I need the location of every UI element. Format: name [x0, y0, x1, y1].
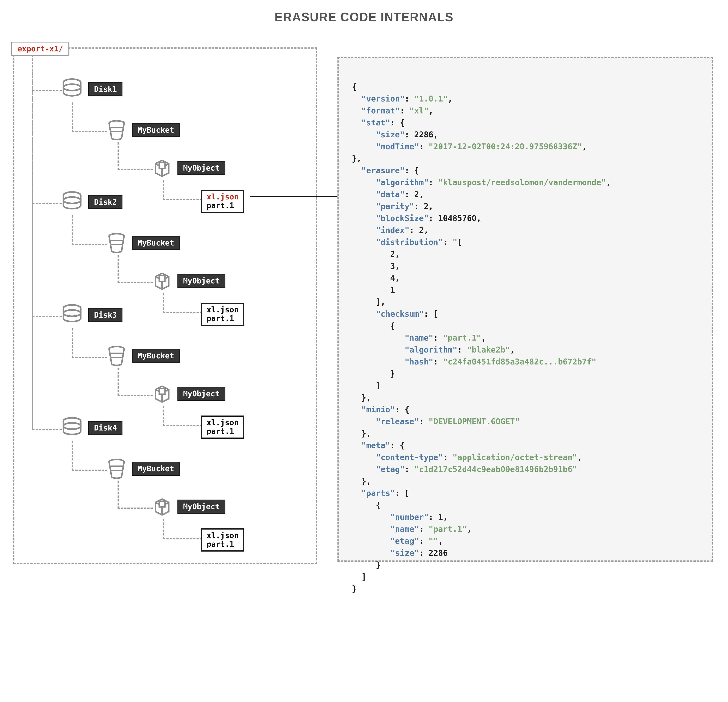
bucket-label: MyBucket [132, 462, 180, 476]
tree-connector [163, 406, 202, 426]
disk-node: Disk3 [61, 304, 123, 326]
bucket-icon [106, 120, 127, 140]
bucket-node: MyBucket [106, 458, 180, 479]
object-icon [152, 271, 172, 291]
disk-node: Disk1 [61, 78, 123, 101]
disk-label: Disk1 [88, 82, 123, 96]
tree-connector [72, 103, 107, 132]
tree-connector [117, 142, 153, 170]
object-node: MyObject [152, 271, 225, 291]
root-path-label: export-x1/ [12, 42, 69, 56]
tree-connector [32, 69, 62, 430]
file-box: xl.json part.1 [201, 303, 244, 326]
tree-connector [117, 255, 153, 283]
tree-connector [163, 180, 202, 200]
tree-connector [117, 368, 153, 396]
callout-line [250, 196, 338, 197]
tree-connector [117, 481, 153, 509]
disk-icon [61, 417, 84, 439]
object-node: MyObject [152, 496, 225, 517]
disk-icon [61, 78, 84, 101]
disk-label: Disk4 [88, 421, 123, 435]
file-xl-json: xl.json [207, 531, 239, 540]
object-label: MyObject [178, 499, 225, 514]
files-node: xl.json part.1 [201, 528, 244, 551]
tree-connector [72, 441, 107, 471]
bucket-icon [106, 458, 127, 479]
disk-label: Disk3 [88, 308, 123, 322]
disk-node: Disk4 [61, 417, 123, 439]
page-title: ERASURE CODE INTERNALS [0, 10, 728, 24]
tree-connector [163, 293, 202, 313]
bucket-icon [106, 345, 127, 366]
tree-connector [72, 328, 107, 358]
files-node: xl.json part.1 [201, 415, 244, 439]
file-box: xl.json part.1 [201, 190, 244, 213]
object-icon [152, 496, 172, 517]
bucket-icon [106, 232, 127, 253]
disk-icon [61, 191, 84, 213]
tree-connector [163, 519, 202, 539]
json-panel: { "version": "1.0.1", "format": "xl", "s… [338, 57, 713, 562]
disk-node: Disk2 [61, 191, 123, 213]
file-xl-json: xl.json [207, 305, 239, 314]
bucket-node: MyBucket [106, 345, 180, 366]
file-part-1: part.1 [207, 540, 239, 549]
object-icon [152, 383, 172, 404]
files-node: xl.json part.1 [201, 190, 244, 213]
object-label: MyObject [178, 274, 225, 288]
file-box: xl.json part.1 [201, 415, 244, 439]
bucket-label: MyBucket [132, 236, 180, 250]
object-node: MyObject [152, 383, 225, 404]
file-part-1: part.1 [207, 427, 239, 436]
file-part-1: part.1 [207, 314, 239, 323]
bucket-label: MyBucket [132, 123, 180, 137]
bucket-node: MyBucket [106, 232, 180, 253]
files-node: xl.json part.1 [201, 303, 244, 326]
file-xl-json: xl.json [207, 418, 239, 427]
tree-connector [72, 215, 107, 245]
disk-label: Disk2 [88, 195, 123, 209]
json-code: { "version": "1.0.1", "format": "xl", "s… [352, 81, 702, 595]
object-label: MyObject [178, 161, 225, 175]
file-xl-json: xl.json [207, 193, 239, 201]
bucket-label: MyBucket [132, 349, 180, 363]
object-icon [152, 158, 172, 178]
file-part-1: part.1 [207, 201, 239, 210]
object-node: MyObject [152, 158, 225, 178]
bucket-node: MyBucket [106, 120, 180, 140]
object-label: MyObject [178, 386, 225, 401]
disk-icon [61, 304, 84, 326]
file-box: xl.json part.1 [201, 528, 244, 551]
